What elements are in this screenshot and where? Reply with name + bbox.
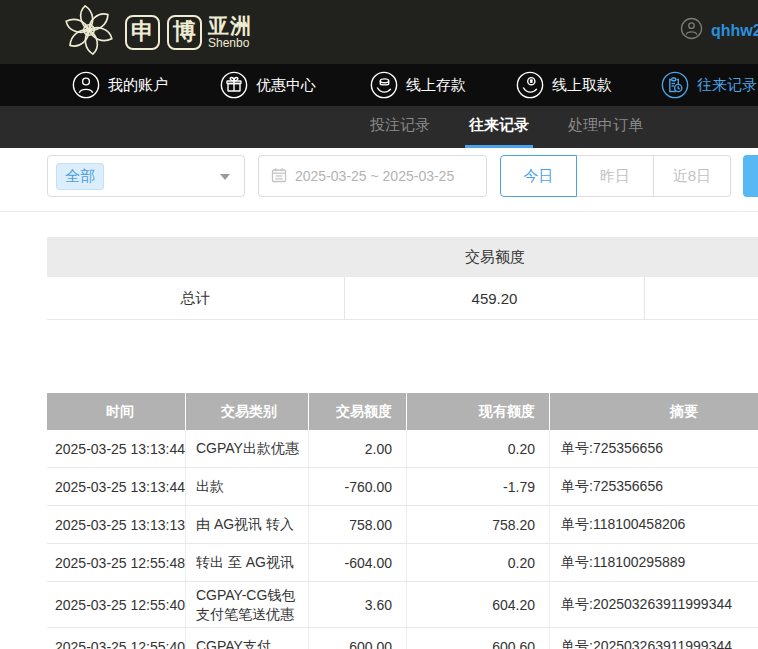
cell-type: CGPAY出款优惠 (186, 430, 309, 467)
logo-region: 亚洲 Shenbo (208, 15, 252, 49)
cell-amount: 600.00 (309, 628, 407, 649)
table-row: 2025-03-25 12:55:40 CGPAY-CG钱包支付笔笔送优惠 3.… (47, 582, 758, 628)
tab-transaction-records[interactable]: 往来记录 (465, 106, 533, 148)
nav-item-label: 线上取款 (552, 76, 612, 95)
cell-time: 2025-03-25 13:13:13 (47, 506, 186, 543)
col-header-type: 交易类别 (186, 393, 309, 430)
top-brand-bar: 申 博 亚洲 Shenbo qhhw21 (0, 0, 758, 64)
cell-note: 单号:202503263911999344 (550, 628, 758, 649)
cell-time: 2025-03-25 12:55:48 (47, 544, 186, 581)
cell-note: 单号:118100458206 (550, 506, 758, 543)
cell-type: 转出 至 AG视讯 (186, 544, 309, 581)
nav-item-transactions[interactable]: 往来记录 (661, 64, 757, 106)
cell-amount: 2.00 (309, 430, 407, 467)
table-row: 2025-03-25 13:13:44 CGPAY出款优惠 2.00 0.20 … (47, 430, 758, 468)
logo-region-cn: 亚洲 (208, 15, 252, 36)
user-icon (72, 71, 100, 99)
logo-char-box-2: 博 (167, 15, 202, 50)
logo-subtitle: Shenbo (208, 37, 252, 49)
table-row: 2025-03-25 13:13:44 出款 -760.00 -1.79 单号:… (47, 468, 758, 506)
cell-balance: 600.60 (407, 628, 550, 649)
tab-betting-records[interactable]: 投注记录 (366, 106, 434, 148)
main-navbar: 我的账户 优惠中心 线上存款 (0, 64, 758, 106)
cell-balance: -1.79 (407, 468, 550, 505)
username-text: qhhw21 (711, 22, 758, 40)
chevron-down-icon (220, 174, 230, 180)
cell-balance: 758.20 (407, 506, 550, 543)
nav-item-promotions[interactable]: 优惠中心 (220, 64, 316, 106)
deposit-icon (370, 71, 398, 99)
search-button[interactable] (743, 155, 758, 197)
user-avatar-icon (680, 17, 703, 44)
nav-item-label: 往来记录 (697, 76, 757, 95)
cell-note: 单号:725356656 (550, 468, 758, 505)
calendar-icon (271, 167, 287, 186)
today-button[interactable]: 今日 (500, 155, 577, 197)
col-header-amount: 交易额度 (309, 393, 407, 430)
yesterday-button[interactable]: 昨日 (577, 155, 654, 197)
flower-logo-icon (60, 3, 118, 61)
nav-item-deposit[interactable]: 线上存款 (370, 64, 466, 106)
summary-total-value: 459.20 (345, 277, 645, 319)
cell-type: 出款 (186, 468, 309, 505)
nav-item-label: 优惠中心 (256, 76, 316, 95)
summary-total-label: 总计 (47, 277, 345, 319)
nav-item-withdraw[interactable]: 线上取款 (516, 64, 612, 106)
date-range-value: 2025-03-25 ~ 2025-03-25 (295, 168, 454, 184)
cell-time: 2025-03-25 13:13:44 (47, 430, 186, 467)
cell-type: CGPAY支付 (186, 628, 309, 649)
records-icon (661, 71, 689, 99)
type-select[interactable]: 全部 (47, 155, 245, 197)
gift-icon (220, 71, 248, 99)
summary-header-empty (47, 237, 345, 277)
brand-logo: 申 博 亚洲 Shenbo (60, 5, 252, 59)
table-row: 2025-03-25 13:13:13 由 AG视讯 转入 758.00 758… (47, 506, 758, 544)
summary-total-empty (645, 277, 758, 319)
account-menu[interactable]: qhhw21 (680, 17, 758, 44)
summary-header-empty-2 (645, 237, 758, 277)
cell-amount: 758.00 (309, 506, 407, 543)
col-header-time: 时间 (47, 393, 186, 430)
type-select-value: 全部 (56, 163, 104, 190)
record-tabs: 投注记录 往来记录 处理中订单 (0, 106, 758, 148)
quick-range-group: 今日 昨日 近8日 (500, 155, 731, 197)
summary-header-row: 交易额度 (47, 237, 758, 277)
last8days-button[interactable]: 近8日 (654, 155, 731, 197)
cell-note: 单号:118100295889 (550, 544, 758, 581)
section-divider (0, 211, 758, 212)
summary-total-row: 总计 459.20 (47, 277, 758, 320)
cell-type: 由 AG视讯 转入 (186, 506, 309, 543)
cell-note: 单号:202503263911999344 (550, 582, 758, 627)
cell-time: 2025-03-25 13:13:44 (47, 468, 186, 505)
col-header-balance: 现有额度 (407, 393, 550, 430)
withdraw-icon (516, 71, 544, 99)
cell-balance: 0.20 (407, 430, 550, 467)
summary-header-amount: 交易额度 (345, 237, 645, 277)
col-header-note: 摘要 (550, 393, 758, 430)
date-range-input[interactable]: 2025-03-25 ~ 2025-03-25 (258, 155, 487, 197)
summary-table: 交易额度 总计 459.20 (47, 237, 758, 320)
cell-time: 2025-03-25 12:55:40 (47, 582, 186, 627)
cell-time: 2025-03-25 12:55:40 (47, 628, 186, 649)
tab-pending-orders[interactable]: 处理中订单 (564, 106, 647, 148)
cell-balance: 604.20 (407, 582, 550, 627)
cell-amount: -604.00 (309, 544, 407, 581)
cell-type: CGPAY-CG钱包支付笔笔送优惠 (186, 582, 309, 627)
cell-amount: -760.00 (309, 468, 407, 505)
nav-item-label: 线上存款 (406, 76, 466, 95)
cell-note: 单号:725356656 (550, 430, 758, 467)
nav-item-my-account[interactable]: 我的账户 (72, 64, 168, 106)
cell-amount: 3.60 (309, 582, 407, 627)
filter-row: 全部 2025-03-25 ~ 2025-03-25 今日 昨日 近8日 (0, 155, 758, 197)
table-row: 2025-03-25 12:55:40 CGPAY支付 600.00 600.6… (47, 628, 758, 649)
table-row: 2025-03-25 12:55:48 转出 至 AG视讯 -604.00 0.… (47, 544, 758, 582)
transactions-table: 时间 交易类别 交易额度 现有额度 摘要 2025-03-25 13:13:44… (47, 393, 758, 649)
nav-item-label: 我的账户 (108, 76, 168, 95)
cell-balance: 0.20 (407, 544, 550, 581)
table-header-row: 时间 交易类别 交易额度 现有额度 摘要 (47, 393, 758, 430)
logo-char-box-1: 申 (125, 15, 160, 50)
